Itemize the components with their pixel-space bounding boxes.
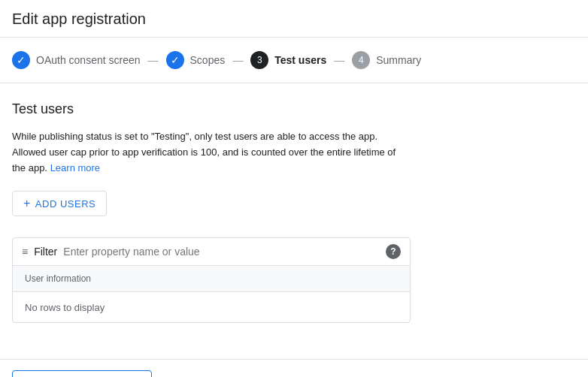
plus-icon: + [23, 197, 31, 210]
help-icon[interactable]: ? [386, 244, 401, 259]
section-title: Test users [12, 101, 576, 117]
step-oauth-label: OAuth consent screen [36, 54, 141, 66]
step-scopes[interactable]: ✓ Scopes [166, 51, 226, 69]
main-content: Test users While publishing status is se… [0, 83, 588, 341]
learn-more-link[interactable]: Learn more [50, 162, 100, 173]
step-oauth-circle: ✓ [12, 51, 30, 69]
step-summary-number: 4 [359, 55, 364, 65]
checkmark-icon-2: ✓ [171, 54, 180, 66]
step-scopes-circle: ✓ [166, 51, 184, 69]
step-scopes-label: Scopes [190, 54, 226, 66]
footer: SAVE AND CONTINUE CANCEL [0, 359, 588, 377]
step-summary[interactable]: 4 Summary [352, 51, 421, 69]
filter-input[interactable] [63, 246, 380, 258]
connector-3: — [334, 54, 344, 66]
filter-icon: ≡ [22, 246, 28, 258]
step-test-users-label: Test users [274, 54, 326, 66]
step-oauth[interactable]: ✓ OAuth consent screen [12, 51, 141, 69]
table-header: User information [13, 266, 410, 292]
save-and-continue-button[interactable]: SAVE AND CONTINUE [12, 370, 152, 377]
table-body: No rows to display [13, 292, 410, 322]
cancel-button[interactable]: CANCEL [161, 371, 227, 377]
filter-bar: ≡ Filter ? [13, 238, 410, 266]
stepper: ✓ OAuth consent screen — ✓ Scopes — 3 Te… [0, 38, 588, 83]
no-rows-text: No rows to display [25, 302, 105, 313]
page-header: Edit app registration [0, 0, 588, 38]
description-text: While publishing status is set to "Testi… [12, 129, 411, 176]
filter-section: ≡ Filter ? User information No rows to d… [12, 237, 411, 323]
step-summary-circle: 4 [352, 51, 370, 69]
checkmark-icon: ✓ [17, 54, 26, 66]
filter-label: Filter [34, 246, 57, 258]
step-test-users-number: 3 [257, 55, 262, 65]
step-summary-label: Summary [376, 54, 421, 66]
page-title: Edit app registration [12, 11, 576, 28]
connector-2: — [232, 54, 243, 66]
add-users-button[interactable]: + ADD USERS [12, 191, 107, 216]
connector-1: — [148, 54, 159, 66]
step-test-users-circle: 3 [250, 51, 268, 69]
step-test-users[interactable]: 3 Test users [250, 51, 326, 69]
add-users-label: ADD USERS [35, 198, 95, 210]
column-user-information: User information [13, 266, 103, 291]
